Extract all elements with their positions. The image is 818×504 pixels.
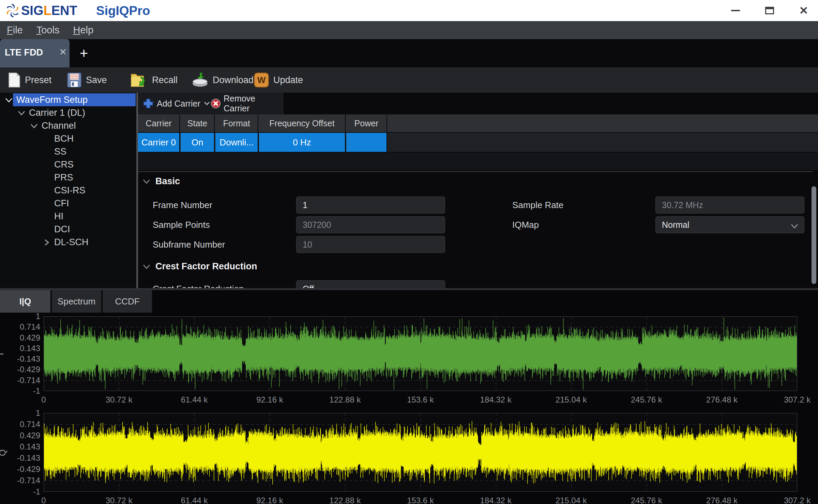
tree-item-waveform-setup[interactable]: WaveForm Setup — [0, 93, 136, 106]
cell-power[interactable] — [346, 133, 387, 152]
y-tick-label: -0.143 — [0, 354, 40, 364]
plot-q[interactable] — [44, 413, 797, 492]
input-frame-number[interactable]: 1 — [296, 196, 445, 214]
tree-item-channel[interactable]: Channel — [0, 119, 136, 132]
tab-close-icon[interactable]: ✕ — [59, 47, 67, 58]
document-icon — [8, 72, 20, 88]
x-tick-label: 245.76 k — [631, 496, 662, 504]
select-crest-factor-reduction[interactable]: Off — [296, 280, 445, 288]
column-header-carrier: Carrier — [138, 114, 180, 132]
input-sample-rate: 30.72 MHz — [655, 196, 804, 214]
chevron-down-icon — [790, 223, 799, 230]
x-tick-label: 0 — [41, 395, 46, 405]
menu-help[interactable]: Help — [71, 24, 95, 36]
tab-lte-fdd[interactable]: LTE FDD ✕ — [0, 39, 70, 67]
y-tick-label: 1 — [0, 312, 40, 321]
view-tab-spectrum[interactable]: Spectrum — [52, 290, 101, 313]
x-tick-label: 153.6 k — [407, 496, 434, 504]
column-header-format: Format — [215, 114, 258, 132]
column-header-state: State — [181, 114, 215, 132]
cell-frequency-offset[interactable]: 0 Hz — [259, 133, 346, 152]
tree-item-label: HI — [54, 211, 63, 222]
carrier-table-empty-row — [138, 153, 818, 170]
tree-item-carrier-1-dl-[interactable]: Carrier 1 (DL) — [0, 106, 136, 119]
column-header-frequency-offset: Frequency Offset — [259, 114, 346, 132]
x-tick-label: 184.32 k — [480, 496, 512, 504]
carrier-content-panel: Add Carrier Remove Carrier CarrierStateF… — [138, 93, 818, 288]
menu-file[interactable]: File — [5, 24, 25, 36]
close-button[interactable]: ✕ — [793, 3, 814, 18]
tree-item-label: BCH — [54, 133, 74, 144]
x-tick-label: 92.16 k — [256, 496, 283, 504]
x-tick-label: 276.48 k — [706, 395, 738, 405]
y-tick-label: -1 — [0, 487, 40, 497]
maximize-icon — [765, 7, 774, 14]
x-tick-label: 122.88 k — [329, 395, 361, 405]
plot-canvas-q — [44, 413, 797, 492]
cell-format[interactable]: Downli... — [215, 133, 258, 152]
plot-canvas-i — [44, 316, 797, 391]
y-tick-label: -0.714 — [0, 476, 40, 485]
update-button[interactable]: W Update — [254, 67, 303, 93]
basic-section-header[interactable]: Basic — [142, 176, 180, 187]
recall-button[interactable]: Recall — [131, 67, 178, 93]
x-tick-label: 61.44 k — [181, 496, 208, 504]
folder-recall-icon — [131, 72, 148, 88]
tree-item-ss[interactable]: SS — [0, 145, 136, 158]
add-carrier-button[interactable]: Add Carrier — [143, 97, 210, 110]
y-tick-label: 0.714 — [0, 322, 40, 332]
chevron-down-icon — [142, 263, 151, 270]
tab-label: LTE FDD — [5, 47, 43, 58]
cell-carrier[interactable]: Carrier 0 — [138, 133, 180, 152]
x-tick-label: 122.88 k — [329, 496, 361, 504]
tree-item-dci[interactable]: DCI — [0, 223, 136, 236]
download-button[interactable]: Download — [192, 67, 254, 93]
tree-item-label: Carrier 1 (DL) — [29, 108, 85, 118]
tree-item-bch[interactable]: BCH — [0, 132, 136, 145]
save-button[interactable]: Save — [67, 67, 107, 93]
x-tick-label: 92.16 k — [256, 395, 283, 405]
y-tick-label: 0.429 — [0, 333, 40, 343]
siglent-logo-icon — [5, 2, 20, 19]
new-tab-button[interactable]: + — [74, 44, 93, 63]
select-iqmap[interactable]: Normal — [655, 216, 804, 233]
preset-button[interactable]: Preset — [8, 67, 51, 93]
field-label-frame-number: Frame Number — [153, 200, 212, 210]
input-sample-points: 307200 — [296, 216, 445, 233]
update-w-icon: W — [254, 73, 269, 88]
view-tab-i-q[interactable]: I|Q — [0, 290, 50, 313]
field-label-sample-rate: Sample Rate — [512, 200, 563, 210]
carrier-table-header: CarrierStateFormatFrequency OffsetPower — [138, 114, 818, 132]
menu-tools[interactable]: Tools — [34, 24, 62, 36]
tree-item-crs[interactable]: CRS — [0, 158, 136, 171]
tree-item-label: DCI — [54, 224, 70, 235]
y-axis-label-i: I — [0, 353, 5, 355]
y-tick-label: 0.143 — [0, 344, 40, 353]
cell-state[interactable]: On — [181, 133, 215, 152]
tree-item-hi[interactable]: HI — [0, 210, 136, 223]
y-tick-label: -0.429 — [0, 464, 40, 474]
maximize-button[interactable] — [759, 3, 780, 18]
view-tab-ccdf[interactable]: CCDF — [103, 290, 152, 313]
y-tick-label: -0.429 — [0, 365, 40, 374]
waveform-tree: WaveForm SetupCarrier 1 (DL)ChannelBCHSS… — [0, 93, 136, 288]
x-tick-label: 307.2 k — [784, 496, 811, 504]
chevron-right-icon — [43, 239, 51, 246]
settings-scrollbar[interactable] — [812, 186, 816, 284]
carrier-toolbar: Add Carrier Remove Carrier — [138, 93, 284, 114]
plot-i[interactable] — [44, 316, 797, 391]
tree-item-csi-rs[interactable]: CSI-RS — [0, 184, 136, 197]
y-tick-label: 1 — [0, 408, 40, 418]
tree-item-label: WaveForm Setup — [16, 95, 88, 105]
tree-item-label: DL-SCH — [54, 237, 89, 248]
remove-carrier-button[interactable]: Remove Carrier — [211, 97, 284, 110]
x-tick-label: 215.04 k — [556, 395, 587, 405]
tree-item-cfi[interactable]: CFI — [0, 197, 136, 210]
tree-item-dl-sch[interactable]: DL-SCH — [0, 236, 136, 249]
tree-item-prs[interactable]: PRS — [0, 171, 136, 184]
carrier-table-row[interactable]: Carrier 0OnDownli...0 Hz — [138, 133, 818, 152]
cfr-section-header[interactable]: Crest Factor Reduction — [142, 261, 257, 272]
chevron-down-icon — [204, 101, 210, 106]
chevron-down-icon — [142, 178, 151, 185]
minimize-button[interactable] — [725, 3, 746, 18]
